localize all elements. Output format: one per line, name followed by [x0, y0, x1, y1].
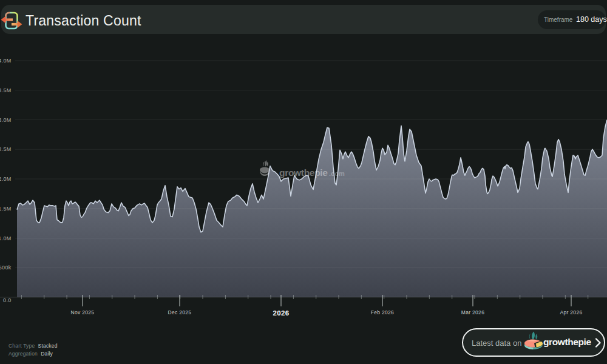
- svg-text:Nov 2025: Nov 2025: [71, 309, 95, 315]
- svg-text:1.0M: 1.0M: [0, 235, 12, 241]
- svg-text:Mar 2026: Mar 2026: [461, 309, 484, 315]
- svg-text:3.0M: 3.0M: [0, 117, 12, 123]
- svg-text:0.0: 0.0: [3, 297, 11, 303]
- svg-text:4.0M: 4.0M: [0, 58, 12, 64]
- svg-text:500k: 500k: [0, 265, 12, 271]
- svg-text:.com: .com: [329, 170, 345, 177]
- svg-text:3.5M: 3.5M: [0, 87, 12, 93]
- svg-text:Feb 2026: Feb 2026: [371, 309, 394, 315]
- svg-text:1.5M: 1.5M: [0, 206, 12, 212]
- svg-text:growthepie: growthepie: [279, 167, 328, 178]
- svg-text:Apr 2026: Apr 2026: [560, 309, 583, 315]
- svg-text:2026: 2026: [273, 309, 290, 317]
- svg-text:2.0M: 2.0M: [0, 176, 12, 182]
- svg-text:2.5M: 2.5M: [0, 146, 12, 152]
- svg-text:Dec 2025: Dec 2025: [168, 309, 192, 315]
